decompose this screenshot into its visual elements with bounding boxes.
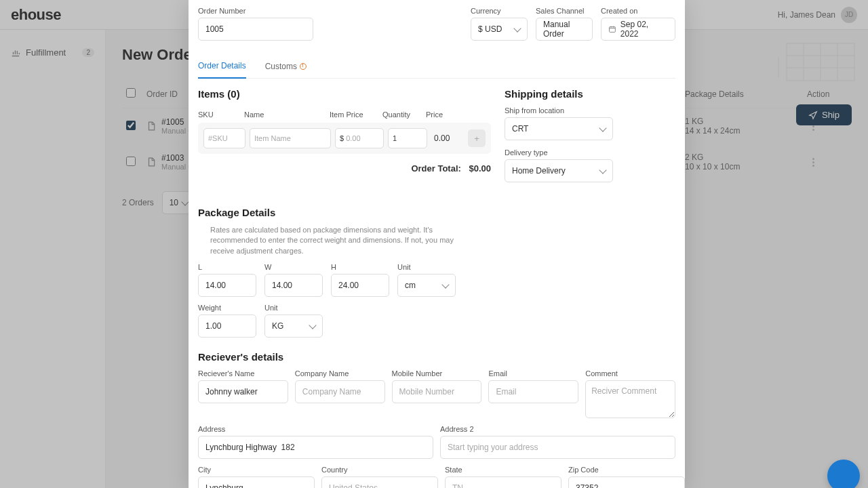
chevron-down-icon [599, 124, 606, 131]
delivery-type-value: Home Delivery [512, 166, 566, 176]
height-input[interactable] [331, 274, 389, 297]
tab-customs[interactable]: Customs [265, 57, 307, 78]
weight-label: Weight [198, 304, 256, 312]
line-price: 0.00 [431, 134, 464, 143]
delivery-type-label: Delivery type [505, 148, 685, 157]
recv-country-input[interactable] [321, 476, 438, 488]
recv-mobile-label: Mobile Number [392, 369, 482, 378]
currency-field: Currency $ USD [471, 7, 528, 41]
recv-city-input[interactable] [198, 476, 315, 488]
currency-label: Currency [471, 7, 528, 15]
receiver-title: Reciever's details [198, 351, 675, 363]
package-help-text: Rates are calculated based on package di… [210, 225, 468, 256]
svg-rect-7 [609, 27, 615, 33]
order-total-value: $0.00 [469, 163, 491, 174]
weight-unit-value: KG [272, 321, 283, 331]
order-number-field: Order Number [198, 7, 313, 41]
ship-from-value: CRT [512, 124, 528, 134]
warning-icon [300, 63, 307, 70]
dim-unit-label: Unit [397, 263, 456, 271]
price-prefix: $ [340, 134, 344, 142]
order-number-label: Order Number [198, 7, 313, 15]
col-quantity: Quantity [382, 110, 422, 119]
order-total-label: Order Total: [411, 163, 460, 174]
col-item-price: Item Price [330, 110, 378, 119]
recv-zip-input[interactable] [568, 476, 685, 488]
created-on-field: Created on Sep 02, 2022 [601, 7, 675, 41]
recv-state-label: State [445, 466, 561, 474]
created-date-text: Sep 02, 2022 [620, 20, 668, 39]
col-price: Price [426, 110, 458, 119]
shipping-title: Shipping details [505, 88, 685, 100]
recv-country-label: Country [321, 466, 438, 474]
item-row: $ 0.00 0.00 [203, 128, 464, 148]
recv-mobile-input[interactable] [392, 380, 482, 403]
recv-zip-label: Zip Code [568, 466, 685, 474]
ship-from-label: Ship from location [505, 106, 685, 115]
chevron-down-icon [599, 166, 606, 174]
weight-unit-select[interactable]: KG [264, 314, 323, 338]
item-price-input[interactable]: $ 0.00 [335, 128, 384, 148]
length-input[interactable] [198, 274, 256, 297]
add-item-button[interactable]: + [468, 129, 486, 147]
created-on-value[interactable]: Sep 02, 2022 [601, 18, 675, 41]
recv-company-label: Company Name [295, 369, 385, 378]
item-name-input[interactable] [250, 128, 331, 148]
sales-channel-value: Manual Order [536, 18, 593, 41]
recv-state-input[interactable] [445, 476, 561, 488]
length-label: L [198, 263, 256, 271]
recv-email-input[interactable] [488, 380, 578, 403]
sales-channel-label: Sales Channel [536, 7, 593, 15]
items-title: Items (0) [198, 88, 491, 100]
weight-unit-label: Unit [264, 304, 323, 312]
sales-channel-field: Sales Channel Manual Order [536, 7, 593, 41]
width-label: W [264, 263, 323, 271]
dim-unit-select[interactable]: cm [397, 274, 456, 297]
tab-order-details[interactable]: Order Details [198, 57, 246, 79]
calendar-icon [608, 25, 616, 33]
price-placeholder: 0.00 [346, 134, 360, 142]
recv-address2-label: Address 2 [440, 425, 675, 433]
recv-city-label: City [198, 466, 315, 474]
recv-email-label: Email [488, 369, 578, 378]
chevron-down-icon [441, 281, 449, 288]
order-number-input[interactable] [198, 18, 313, 41]
package-title: Package Details [198, 207, 675, 218]
delivery-type-select[interactable]: Home Delivery [505, 159, 613, 182]
dim-unit-value: cm [405, 281, 416, 290]
qty-input[interactable] [388, 128, 427, 148]
recv-comment-input[interactable] [585, 380, 675, 418]
col-sku: SKU [198, 110, 240, 119]
items-head: SKU Name Item Price Quantity Price [198, 106, 491, 123]
recv-address-label: Address [198, 425, 433, 433]
recv-name-input[interactable] [198, 380, 288, 403]
order-modal: Order Number Currency $ USD Sales Channe… [189, 0, 685, 488]
chevron-down-icon [513, 24, 521, 32]
recv-name-label: Reciever's Name [198, 369, 288, 378]
width-input[interactable] [264, 274, 323, 297]
currency-value: $ USD [478, 24, 502, 34]
recv-comment-label: Comment [585, 369, 675, 378]
tab-customs-label: Customs [265, 62, 297, 71]
created-on-label: Created on [601, 7, 675, 15]
height-label: H [331, 263, 389, 271]
weight-input[interactable] [198, 314, 256, 338]
chat-fab[interactable] [827, 460, 860, 488]
recv-address2-input[interactable] [440, 436, 675, 459]
chevron-down-icon [309, 321, 316, 329]
recv-company-input[interactable] [295, 380, 385, 403]
ship-from-select[interactable]: CRT [505, 117, 613, 140]
sku-input[interactable] [203, 128, 245, 148]
currency-select[interactable]: $ USD [471, 18, 528, 41]
col-name: Name [244, 110, 326, 119]
recv-address-input[interactable] [198, 436, 433, 459]
